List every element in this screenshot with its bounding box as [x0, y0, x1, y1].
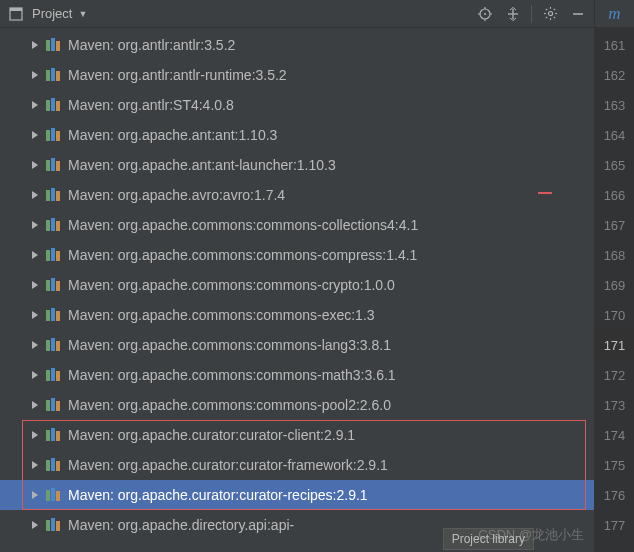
line-number: 170	[595, 300, 634, 330]
svg-rect-69	[46, 400, 50, 411]
locate-icon[interactable]	[475, 4, 495, 24]
svg-rect-49	[46, 250, 50, 261]
line-number: 166	[595, 180, 634, 210]
svg-rect-74	[51, 428, 55, 441]
svg-rect-79	[56, 461, 60, 471]
expand-arrow-icon[interactable]	[30, 340, 40, 350]
library-icon	[46, 457, 62, 473]
expand-arrow-icon[interactable]	[30, 100, 40, 110]
dropdown-icon[interactable]: ▼	[78, 9, 87, 19]
svg-rect-34	[51, 128, 55, 141]
expand-arrow-icon[interactable]	[30, 430, 40, 440]
expand-arrow-icon[interactable]	[30, 220, 40, 230]
expand-arrow-icon[interactable]	[30, 190, 40, 200]
expand-arrow-icon[interactable]	[30, 460, 40, 470]
expand-arrow-icon[interactable]	[30, 520, 40, 530]
line-number: 164	[595, 120, 634, 150]
toolbar: Project ▼	[0, 0, 594, 28]
tree-item[interactable]: Maven: org.apache.commons:commons-math3:…	[0, 360, 594, 390]
line-number: 169	[595, 270, 634, 300]
tree-item-label: Maven: org.apache.avro:avro:1.7.4	[68, 187, 285, 203]
svg-marker-76	[32, 461, 38, 469]
svg-rect-55	[56, 281, 60, 291]
tree-item[interactable]: Maven: org.apache.ant:ant-launcher:1.10.…	[0, 150, 594, 180]
svg-rect-21	[46, 40, 50, 51]
tree-item-label: Maven: org.apache.directory.api:api-	[68, 517, 294, 533]
tree-item[interactable]: Maven: org.apache.avro:avro:1.7.4	[0, 180, 594, 210]
svg-rect-45	[46, 220, 50, 231]
svg-point-10	[548, 11, 552, 15]
expand-arrow-icon[interactable]	[30, 70, 40, 80]
library-icon	[46, 487, 62, 503]
svg-rect-63	[56, 341, 60, 351]
gear-icon[interactable]	[540, 4, 560, 24]
tree-item[interactable]: Maven: org.apache.curator:curator-client…	[0, 420, 594, 450]
svg-rect-62	[51, 338, 55, 351]
tree-item[interactable]: Maven: org.apache.commons:commons-compre…	[0, 240, 594, 270]
tree-item[interactable]: Maven: org.apache.commons:commons-lang3:…	[0, 330, 594, 360]
hide-icon[interactable]	[568, 4, 588, 24]
library-icon	[46, 337, 62, 353]
error-mark	[538, 192, 552, 194]
svg-rect-86	[51, 518, 55, 531]
expand-arrow-icon[interactable]	[30, 40, 40, 50]
expand-arrow-icon[interactable]	[30, 370, 40, 380]
tree-item[interactable]: Maven: org.apache.commons:commons-pool2:…	[0, 390, 594, 420]
line-number: 175	[595, 450, 634, 480]
project-view-icon[interactable]	[6, 4, 26, 24]
tree-item[interactable]: Maven: org.apache.ant:ant:1.10.3	[0, 120, 594, 150]
expand-icon[interactable]	[503, 4, 523, 24]
expand-arrow-icon[interactable]	[30, 130, 40, 140]
project-label[interactable]: Project	[32, 6, 72, 21]
tree-item[interactable]: Maven: org.apache.commons:commons-collec…	[0, 210, 594, 240]
line-number: 161	[595, 30, 634, 60]
svg-rect-51	[56, 251, 60, 261]
tree-item-label: Maven: org.apache.curator:curator-client…	[68, 427, 355, 443]
expand-arrow-icon[interactable]	[30, 280, 40, 290]
svg-marker-80	[32, 491, 38, 499]
tree-item[interactable]: Maven: org.apache.commons:commons-crypto…	[0, 270, 594, 300]
tree-item-label: Maven: org.apache.commons:commons-exec:1…	[68, 307, 375, 323]
svg-rect-41	[46, 190, 50, 201]
library-icon	[46, 97, 62, 113]
tree-item[interactable]: Maven: org.antlr:antlr:3.5.2	[0, 30, 594, 60]
separator	[531, 5, 532, 23]
tree-item[interactable]: Maven: org.antlr:antlr-runtime:3.5.2	[0, 60, 594, 90]
library-icon	[46, 367, 62, 383]
svg-line-16	[553, 17, 554, 18]
line-number: 162	[595, 60, 634, 90]
svg-rect-77	[46, 460, 50, 471]
expand-arrow-icon[interactable]	[30, 250, 40, 260]
svg-rect-25	[46, 70, 50, 81]
svg-rect-27	[56, 71, 60, 81]
maven-tab-icon[interactable]: m	[595, 0, 634, 28]
svg-rect-78	[51, 458, 55, 471]
svg-marker-56	[32, 311, 38, 319]
svg-marker-40	[32, 191, 38, 199]
tree-item-label: Maven: org.antlr:ST4:4.0.8	[68, 97, 234, 113]
tree-item[interactable]: Maven: org.antlr:ST4:4.0.8	[0, 90, 594, 120]
project-tree[interactable]: Maven: org.antlr:antlr:3.5.2 Maven: org.…	[0, 28, 594, 552]
svg-rect-30	[51, 98, 55, 111]
svg-rect-26	[51, 68, 55, 81]
line-number: 174	[595, 420, 634, 450]
svg-rect-46	[51, 218, 55, 231]
expand-arrow-icon[interactable]	[30, 160, 40, 170]
library-icon	[46, 37, 62, 53]
tree-item[interactable]: Maven: org.apache.commons:commons-exec:1…	[0, 300, 594, 330]
svg-rect-50	[51, 248, 55, 261]
svg-rect-85	[46, 520, 50, 531]
svg-point-7	[484, 13, 486, 15]
svg-line-15	[545, 9, 546, 10]
library-icon	[46, 217, 62, 233]
tree-item[interactable]: Maven: org.apache.curator:curator-framew…	[0, 450, 594, 480]
expand-arrow-icon[interactable]	[30, 310, 40, 320]
tree-item-label: Maven: org.antlr:antlr-runtime:3.5.2	[68, 67, 287, 83]
expand-arrow-icon[interactable]	[30, 490, 40, 500]
expand-arrow-icon[interactable]	[30, 400, 40, 410]
svg-rect-81	[46, 490, 50, 501]
svg-rect-61	[46, 340, 50, 351]
svg-marker-20	[32, 41, 38, 49]
svg-marker-60	[32, 341, 38, 349]
tree-item[interactable]: Maven: org.apache.curator:curator-recipe…	[0, 480, 594, 510]
